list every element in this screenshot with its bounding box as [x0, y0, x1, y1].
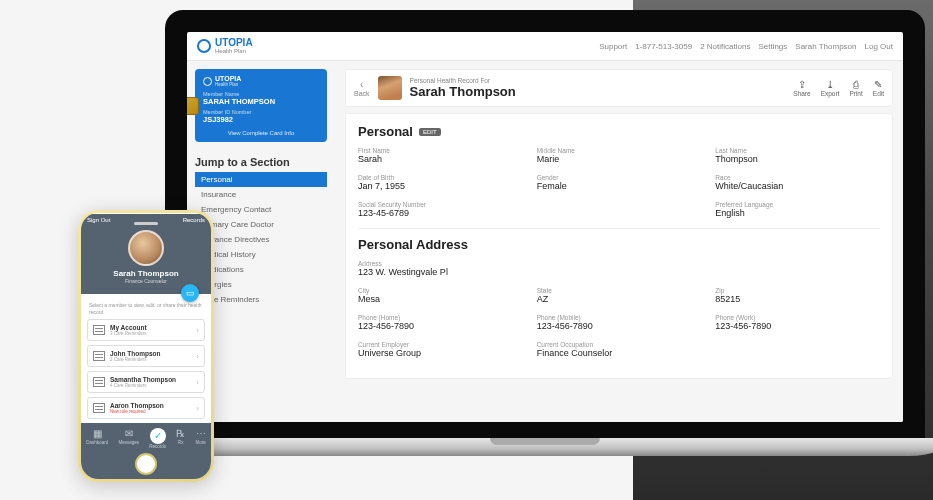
- logo-icon: [197, 39, 211, 53]
- card-brand: UTOPIA: [215, 75, 241, 82]
- edit-icon: ✎: [873, 80, 884, 90]
- dashboard-icon: ▦: [86, 428, 108, 440]
- ssn-value: 123-45-6789: [358, 208, 523, 218]
- phone-home-value: 123-456-7890: [358, 321, 523, 331]
- print-icon: ⎙: [849, 80, 862, 90]
- phone-speaker: [134, 222, 158, 225]
- state-value: AZ: [537, 294, 702, 304]
- main-panel: ‹ Back Personal Health Record For Sarah …: [335, 61, 903, 422]
- occupation-value: Finance Counselor: [537, 348, 702, 358]
- personal-edit-badge[interactable]: EDIT: [419, 128, 441, 136]
- address-label: Address: [358, 260, 880, 267]
- edit-button[interactable]: ✎Edit: [873, 80, 884, 97]
- tab-records[interactable]: ✓Records: [149, 428, 166, 449]
- chevron-right-icon: ›: [196, 404, 199, 413]
- app-header: UTOPIA Health Plan Support 1-877-513-305…: [187, 32, 903, 61]
- lang-value: English: [715, 208, 880, 218]
- more-icon: ⋯: [196, 428, 206, 440]
- id-card-icon: [93, 351, 105, 361]
- list-item[interactable]: My Account3 Care Reminders ›: [87, 319, 205, 341]
- member-id-card[interactable]: UTOPIA Health Plan Member Name SARAH THO…: [195, 69, 327, 142]
- employer-value: Universe Group: [358, 348, 523, 358]
- nav-phone: 1-877-513-3059: [635, 42, 692, 51]
- jump-title: Jump to a Section: [195, 156, 327, 168]
- jump-item-allergies[interactable]: Allergies: [195, 277, 327, 292]
- record-header: ‹ Back Personal Health Record For Sarah …: [345, 69, 893, 107]
- brand-sub: Health Plan: [215, 48, 253, 54]
- gender-label: Gender: [537, 174, 702, 181]
- id-card-icon: [93, 403, 105, 413]
- phone-device: Sign Out Records Sarah Thompson Finance …: [78, 210, 214, 482]
- jump-item-pcp[interactable]: Primary Care Doctor: [195, 217, 327, 232]
- mobile-user-sub: Finance Counselor: [81, 278, 211, 284]
- jump-item-history[interactable]: Medical History: [195, 247, 327, 262]
- middle-name-value: Marie: [537, 154, 702, 164]
- dob-value: Jan 7, 1955: [358, 181, 523, 191]
- card-logo-icon: [203, 77, 212, 86]
- nav-user[interactable]: Sarah Thompson: [795, 42, 856, 51]
- address-title: Personal Address: [358, 237, 468, 252]
- chevron-right-icon: ›: [196, 326, 199, 335]
- fab-button[interactable]: ▭: [181, 284, 199, 302]
- race-label: Race: [715, 174, 880, 181]
- nav-settings[interactable]: Settings: [758, 42, 787, 51]
- print-button[interactable]: ⎙Print: [849, 80, 862, 97]
- member-name-label: Member Name: [203, 91, 319, 97]
- tab-rx[interactable]: ℞Rx: [176, 428, 185, 449]
- list-item[interactable]: John Thompson2 Care Reminders ›: [87, 345, 205, 367]
- signout-button[interactable]: Sign Out: [87, 217, 110, 223]
- check-icon: ✓: [150, 428, 166, 444]
- phone-work-value: 123-456-7890: [715, 321, 880, 331]
- id-card-icon: [93, 325, 105, 335]
- jump-item-directives[interactable]: Advance Directives: [195, 232, 327, 247]
- gender-value: Female: [537, 181, 702, 191]
- share-icon: ⇪: [793, 80, 810, 90]
- chevron-right-icon: ›: [196, 352, 199, 361]
- jump-item-reminders[interactable]: Care Reminders: [195, 292, 327, 307]
- rx-icon: ℞: [176, 428, 185, 440]
- home-button[interactable]: [135, 453, 157, 475]
- city-label: City: [358, 287, 523, 294]
- nav-notifications[interactable]: 2 Notifications: [700, 42, 750, 51]
- jump-item-insurance[interactable]: Insurance: [195, 187, 327, 202]
- chip-icon: [187, 97, 199, 115]
- phone-work-label: Phone (Work): [715, 314, 880, 321]
- lang-label: Preferred Language: [715, 201, 880, 208]
- jump-item-medications[interactable]: Medications: [195, 262, 327, 277]
- personal-title: Personal: [358, 124, 413, 139]
- brand-logo[interactable]: UTOPIA Health Plan: [197, 38, 253, 54]
- nav-logout[interactable]: Log Out: [865, 42, 893, 51]
- messages-icon: ✉: [118, 428, 139, 440]
- export-button[interactable]: ⤓Export: [821, 80, 840, 97]
- mobile-member-list: My Account3 Care Reminders › John Thomps…: [81, 319, 211, 423]
- phone-mobile-value: 123-456-7890: [537, 321, 702, 331]
- tab-dashboard[interactable]: ▦Dashboard: [86, 428, 108, 449]
- personal-card: Personal EDIT First NameSarah Middle Nam…: [345, 113, 893, 379]
- jump-item-personal[interactable]: Personal: [195, 172, 327, 187]
- mobile-app: Sign Out Records Sarah Thompson Finance …: [81, 213, 211, 479]
- tab-more[interactable]: ⋯More: [196, 428, 206, 449]
- tab-messages[interactable]: ✉Messages: [118, 428, 139, 449]
- jump-item-emergency[interactable]: Emergency Contact: [195, 202, 327, 217]
- view-card-link[interactable]: View Complete Card Info: [203, 130, 319, 136]
- list-item[interactable]: Aaron ThompsonNew rule required ›: [87, 397, 205, 419]
- brand-name: UTOPIA: [215, 38, 253, 48]
- list-item[interactable]: Samantha Thompson4 Care Reminders ›: [87, 371, 205, 393]
- zip-label: Zip: [715, 287, 880, 294]
- race-value: White/Caucasian: [715, 181, 880, 191]
- mobile-avatar[interactable]: [128, 230, 164, 266]
- record-name: Sarah Thompson: [410, 84, 516, 99]
- export-icon: ⤓: [821, 80, 840, 90]
- first-name-label: First Name: [358, 147, 523, 154]
- back-label: Back: [354, 90, 370, 97]
- record-subtitle: Personal Health Record For: [410, 77, 516, 84]
- desktop-app: UTOPIA Health Plan Support 1-877-513-305…: [187, 32, 903, 422]
- last-name-value: Thompson: [715, 154, 880, 164]
- nav-support[interactable]: Support: [599, 42, 627, 51]
- back-arrow-icon: ‹: [354, 80, 370, 90]
- city-value: Mesa: [358, 294, 523, 304]
- share-button[interactable]: ⇪Share: [793, 80, 810, 97]
- back-button[interactable]: ‹ Back: [354, 80, 370, 97]
- mobile-hero: Sarah Thompson Finance Counselor ▭: [81, 226, 211, 294]
- folder-icon: ▭: [186, 288, 195, 298]
